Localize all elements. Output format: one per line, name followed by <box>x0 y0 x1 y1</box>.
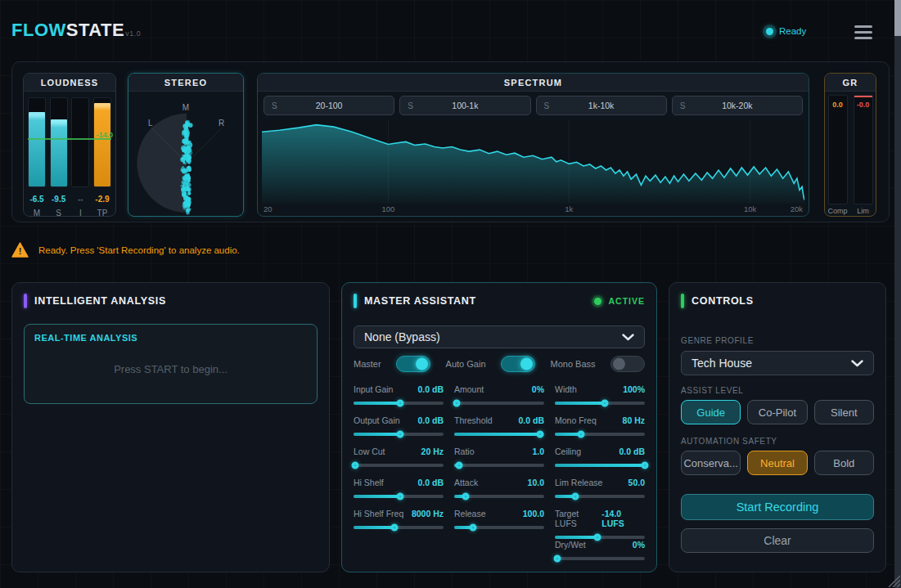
slider-hi-shelf[interactable]: Hi Shelf0.0 dB <box>354 478 444 498</box>
assistant-status: ACTIVE <box>594 296 645 306</box>
master-toggle[interactable] <box>396 356 430 372</box>
active-dot-icon <box>594 298 601 305</box>
slider-knob[interactable] <box>470 524 477 532</box>
slider-knob[interactable] <box>390 524 398 532</box>
slider-track[interactable] <box>354 464 444 467</box>
realtime-analysis-box: REAL-TIME ANALYSIS Press START to begin.… <box>24 324 318 404</box>
slider-dry-wet[interactable]: Dry/Wet0% <box>555 540 645 560</box>
slider-knob[interactable] <box>642 462 649 469</box>
slider-knob[interactable] <box>593 534 601 541</box>
scrollbar-thumb[interactable] <box>894 0 901 36</box>
mono-bass-toggle[interactable] <box>610 356 645 372</box>
slider-knob[interactable] <box>462 493 470 500</box>
slider-knob[interactable] <box>577 431 584 438</box>
clear-button[interactable]: Clear <box>681 528 874 553</box>
slider-label: Ceiling <box>555 447 581 456</box>
slider-track[interactable] <box>555 402 645 405</box>
slider-ceiling[interactable]: Ceiling0.0 dB <box>555 447 645 467</box>
slider-release[interactable]: Release100.0 <box>454 509 544 529</box>
slider-track[interactable] <box>454 433 544 436</box>
slider-output-gain[interactable]: Output Gain0.0 dB <box>354 415 444 436</box>
gr-meter-lim: -0.0 <box>854 95 873 204</box>
gr-meters: 0.0 -0.0 <box>825 95 876 204</box>
slider-label: Mono Freq <box>555 415 597 425</box>
preset-dropdown[interactable]: None (Bypass) <box>354 325 645 348</box>
loudness-panel: LOUDNESS -14.0 -6.5 -9.5 -- -2.9 M S I T… <box>23 73 116 217</box>
slider-low-cut[interactable]: Low Cut20 Hz <box>354 447 444 467</box>
stereo-axis-m: M <box>128 103 243 112</box>
slider-knob[interactable] <box>397 493 404 500</box>
slider-amount[interactable]: Amount0% <box>454 384 544 405</box>
slider-track[interactable] <box>555 557 645 560</box>
slider-knob[interactable] <box>554 555 561 563</box>
slider-track[interactable] <box>555 464 645 467</box>
status-indicator: Ready <box>766 26 806 36</box>
gr-lim-label: Lim <box>854 207 873 215</box>
slider-track[interactable] <box>354 495 444 498</box>
slider-knob[interactable] <box>352 462 359 469</box>
brand-secondary: STATE <box>66 20 124 40</box>
slider-track[interactable] <box>354 526 444 529</box>
slider-target-lufs[interactable]: Target LUFS-14.0 LUFS <box>555 509 645 529</box>
slider-value: 8000 Hz <box>412 509 444 518</box>
slider-track[interactable] <box>555 495 645 498</box>
slider-track[interactable] <box>555 433 645 436</box>
slider-value: 0.0 dB <box>417 478 444 487</box>
safety-option-conservative[interactable]: Conserva... <box>681 451 741 475</box>
slider-knob[interactable] <box>397 431 404 438</box>
automation-safety-label: AUTOMATION SAFETY <box>681 437 874 446</box>
slider-track[interactable] <box>454 402 544 405</box>
assist-option-copilot[interactable]: Co-Pilot <box>747 400 807 424</box>
scrollbar[interactable] <box>894 0 901 588</box>
slider-knob[interactable] <box>453 400 461 407</box>
band-button-low[interactable]: S 20-100 <box>264 96 394 115</box>
band-button-lowmid[interactable]: S 100-1k <box>399 96 530 115</box>
menu-icon[interactable] <box>854 25 872 43</box>
slider-hi-shelf-freq[interactable]: Hi Shelf Freq8000 Hz <box>354 509 444 529</box>
slider-threshold[interactable]: Threshold0.0 dB <box>454 415 544 436</box>
solo-button[interactable]: S <box>544 101 550 110</box>
slider-attack[interactable]: Attack10.0 <box>454 478 544 498</box>
slider-track[interactable] <box>555 536 645 539</box>
slider-width[interactable]: Width100% <box>555 384 645 405</box>
genre-dropdown[interactable]: Tech House <box>681 351 874 375</box>
slider-lim-release[interactable]: Lim Release50.0 <box>555 478 645 498</box>
slider-mono-freq[interactable]: Mono Freq80 Hz <box>555 415 645 436</box>
assist-option-guide[interactable]: Guide <box>681 400 741 424</box>
loudness-value-i: -- <box>71 195 89 204</box>
assist-option-silent[interactable]: Silent <box>814 400 874 424</box>
slider-track[interactable] <box>454 526 544 529</box>
solo-button[interactable]: S <box>680 101 686 110</box>
slider-track[interactable] <box>454 495 544 498</box>
slider-track[interactable] <box>354 433 444 436</box>
x-tick: 1k <box>565 204 573 213</box>
slider-knob[interactable] <box>601 400 608 407</box>
safety-option-bold[interactable]: Bold <box>814 451 874 475</box>
chevron-down-icon <box>851 360 863 367</box>
solo-button[interactable]: S <box>408 101 413 110</box>
loudness-bar-short <box>50 97 68 187</box>
slider-input-gain[interactable]: Input Gain0.0 dB <box>354 384 444 405</box>
slider-knob[interactable] <box>397 400 404 407</box>
slider-track[interactable] <box>454 464 544 467</box>
realtime-analysis-title: REAL-TIME ANALYSIS <box>34 333 307 343</box>
auto-gain-toggle[interactable] <box>501 356 535 372</box>
toggle-label-master: Master <box>354 359 381 369</box>
slider-track[interactable] <box>354 402 444 405</box>
band-button-high[interactable]: S 10k-20k <box>672 96 803 115</box>
slider-ratio[interactable]: Ratio1.0 <box>454 447 544 467</box>
slider-knob[interactable] <box>572 493 579 500</box>
genre-profile-label: GENRE PROFILE <box>681 336 874 345</box>
start-recording-button[interactable]: Start Recording <box>681 494 874 520</box>
loudness-bar-momentary <box>28 97 46 187</box>
stereo-axis-r: R <box>218 119 224 128</box>
slider-label: Ratio <box>454 447 475 456</box>
slider-knob[interactable] <box>536 431 543 438</box>
resize-grip[interactable] <box>885 572 900 587</box>
band-button-highmid[interactable]: S 1k-10k <box>536 96 667 115</box>
toggle-knob <box>613 358 625 370</box>
safety-option-neutral[interactable]: Neutral <box>747 451 807 475</box>
assistant-sliders: Input Gain0.0 dB Amount0% Width100% Outp… <box>354 384 645 560</box>
solo-button[interactable]: S <box>272 101 277 110</box>
slider-knob[interactable] <box>455 462 462 469</box>
